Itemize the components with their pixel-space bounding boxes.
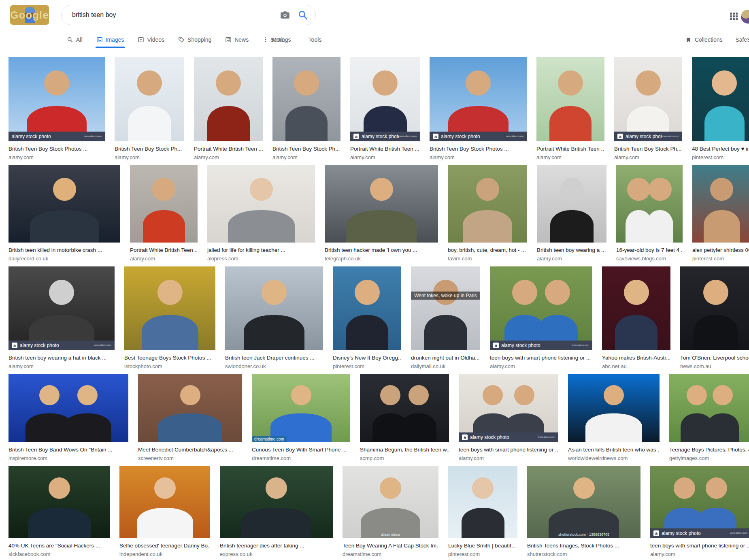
image-thumbnail[interactable] xyxy=(9,165,120,243)
image-result-tile[interactable]: Went tokes, woke up in Parisdrunken nigh… xyxy=(411,266,480,369)
image-caption[interactable]: Portrait White British Teen ... xyxy=(536,146,604,152)
image-caption[interactable]: jailed for life for killing teacher ... xyxy=(207,247,315,253)
image-source-domain[interactable]: alamy.com xyxy=(650,551,749,557)
image-source-domain[interactable]: pinterest.com xyxy=(692,154,749,160)
image-source-domain[interactable]: gettyimages.com xyxy=(669,455,749,461)
settings-link[interactable]: Settings xyxy=(270,36,291,43)
image-source-domain[interactable]: screenertv.com xyxy=(138,455,242,461)
image-caption[interactable]: British Teen Boy Stock Ph... xyxy=(272,146,340,152)
image-thumbnail[interactable] xyxy=(616,165,683,243)
tools-link[interactable]: Tools xyxy=(309,36,322,43)
image-thumbnail[interactable] xyxy=(138,374,242,442)
image-source-domain[interactable]: dailyrecord.co.uk xyxy=(9,256,120,262)
image-caption[interactable]: British teen Jack Draper continues ... xyxy=(225,355,323,361)
image-source-domain[interactable]: independent.co.uk xyxy=(119,551,210,557)
image-thumbnail[interactable]: Went tokes, woke up in Paris xyxy=(411,266,480,350)
image-result-tile[interactable]: shutterstock.com · 1388636705British Tee… xyxy=(527,466,640,557)
image-result-tile[interactable]: dreamstime.comCurious Teen Boy With Smar… xyxy=(252,374,350,461)
image-result-tile[interactable]: British Teen Boy Stock Ph...alamy.com xyxy=(272,57,340,160)
image-result-tile[interactable]: aalamy stock photowww.alamy.comteen boys… xyxy=(490,266,592,369)
image-thumbnail[interactable]: alamy stock photowww.alamy.com xyxy=(9,57,105,141)
image-thumbnail[interactable] xyxy=(9,374,128,442)
search-icon[interactable] xyxy=(298,10,308,20)
image-caption[interactable]: Asian teen kills British teen who was ..… xyxy=(568,447,660,453)
image-source-domain[interactable]: alamy.com xyxy=(9,154,105,160)
image-caption[interactable]: 48 Best Perfect boy ♥ im... xyxy=(692,146,749,152)
image-caption[interactable]: alex pettyfer shirtless 00... xyxy=(692,247,749,253)
image-source-domain[interactable]: alamy.com xyxy=(130,256,198,262)
image-source-domain[interactable]: alamy.com xyxy=(194,154,263,160)
image-result-tile[interactable]: British Teen Boy Stock Ph...alamy.com xyxy=(115,57,184,160)
image-caption[interactable]: Teen Boy Wearing A Flat Cap Stock Im... xyxy=(343,543,438,549)
image-result-tile[interactable]: Portrait White British Teen ...alamy.com xyxy=(130,165,198,262)
image-source-domain[interactable]: pinterest.com xyxy=(448,551,517,557)
camera-icon[interactable] xyxy=(280,10,290,20)
image-source-domain[interactable]: worldwideweirdnews.com xyxy=(568,455,660,461)
image-source-domain[interactable]: favim.com xyxy=(448,256,527,262)
image-thumbnail[interactable] xyxy=(680,266,749,350)
image-result-tile[interactable]: aalamy stock photowww.alamy.comteen boys… xyxy=(459,374,558,461)
image-result-tile[interactable]: aalamy stock photowww.alamy.comPortrait … xyxy=(350,57,420,160)
image-source-domain[interactable]: dreamstime.com xyxy=(343,551,438,557)
image-result-tile[interactable]: British teen boy wearing a ...alamy.com xyxy=(537,165,606,262)
image-thumbnail[interactable] xyxy=(220,466,333,538)
user-avatar[interactable] xyxy=(741,10,749,23)
image-caption[interactable]: Portrait White British Teen ... xyxy=(350,146,420,152)
image-thumbnail[interactable] xyxy=(272,57,340,141)
image-result-tile[interactable]: jailed for life for killing teacher ...a… xyxy=(207,165,315,262)
image-caption[interactable]: Shamima Begum, the British teen w... xyxy=(360,447,449,453)
image-source-domain[interactable]: scmp.com xyxy=(360,455,449,461)
image-caption[interactable]: Teenage Boys Pictures, Photos, & xyxy=(669,447,749,453)
image-result-tile[interactable]: aalamy stock photowww.alamy.comteen boys… xyxy=(650,466,749,557)
image-result-tile[interactable]: boy, british, cute, dream, hot - ...favi… xyxy=(448,165,527,262)
image-caption[interactable]: Best Teenage Boys Stock Photos ... xyxy=(124,355,215,361)
image-thumbnail[interactable] xyxy=(692,165,749,243)
image-result-tile[interactable]: Teenage Boys Pictures, Photos, &gettyima… xyxy=(669,374,749,461)
image-result-tile[interactable]: dreamstimeTeen Boy Wearing A Flat Cap St… xyxy=(343,466,438,557)
image-source-domain[interactable]: news.com.au xyxy=(680,363,749,369)
image-result-tile[interactable]: alamy stock photowww.alamy.comBritish Te… xyxy=(9,57,105,160)
image-source-domain[interactable]: dreamstime.com xyxy=(252,455,350,461)
tab-all[interactable]: All xyxy=(67,32,83,48)
image-thumbnail[interactable] xyxy=(333,266,401,350)
image-thumbnail[interactable]: aalamy stock photowww.alamy.com xyxy=(350,57,420,141)
image-thumbnail[interactable]: aalamy stock photowww.alamy.com xyxy=(650,466,749,538)
image-source-domain[interactable]: sickfacebook.com xyxy=(9,551,110,557)
image-caption[interactable]: Tom O'Brien: Liverpool school... xyxy=(680,355,749,361)
image-source-domain[interactable]: alamy.com xyxy=(490,363,592,369)
image-caption[interactable]: British Teen Boy Band Wows On "Britain .… xyxy=(9,447,128,453)
image-source-domain[interactable]: alamy.com xyxy=(459,455,558,461)
image-caption[interactable]: Selfie obsessed' teenager Danny Bo... xyxy=(119,543,210,549)
image-result-tile[interactable]: alex pettyfer shirtless 00...pinterest.c… xyxy=(692,165,749,262)
image-caption[interactable]: British Teens Images, Stock Photos ... xyxy=(527,543,640,549)
image-caption[interactable]: British teenager dies after taking ... xyxy=(220,543,333,549)
image-source-domain[interactable]: alamy.com xyxy=(272,154,340,160)
image-thumbnail[interactable] xyxy=(568,374,660,442)
image-result-tile[interactable]: British teen killed in motorbike crash .… xyxy=(9,165,120,262)
image-result-tile[interactable]: Yahoo makes British-Austr...abc.net.au xyxy=(602,266,670,369)
image-source-domain[interactable]: alamy.com xyxy=(614,154,682,160)
image-caption[interactable]: teen boys with smart phone listening or … xyxy=(650,543,749,549)
image-result-tile[interactable]: aalamy stock photowww.alamy.comBritish T… xyxy=(614,57,682,160)
image-source-domain[interactable]: alamy.com xyxy=(536,154,604,160)
image-caption[interactable]: Disney's New It Boy Gregg... xyxy=(333,355,401,361)
image-result-tile[interactable]: Lucky Blue Smith | beautif...pinterest.c… xyxy=(448,466,517,557)
image-thumbnail[interactable] xyxy=(669,374,749,442)
image-result-tile[interactable]: Portrait White British Teen ...alamy.com xyxy=(194,57,263,160)
image-thumbnail[interactable] xyxy=(225,266,323,350)
image-result-tile[interactable]: Best Teenage Boys Stock Photos ...istock… xyxy=(124,266,215,369)
image-caption[interactable]: Portrait White British Teen ... xyxy=(194,146,263,152)
image-thumbnail[interactable] xyxy=(360,374,449,442)
tab-shopping[interactable]: Shopping xyxy=(178,32,211,48)
image-result-tile[interactable]: Portrait White British Teen ...alamy.com xyxy=(536,57,604,160)
safesearch-button[interactable]: SafeSearch xyxy=(735,36,749,43)
image-source-domain[interactable]: istockphoto.com xyxy=(124,363,215,369)
tab-news[interactable]: News xyxy=(225,32,249,48)
image-caption[interactable]: boy, british, cute, dream, hot - ... xyxy=(448,247,527,253)
image-result-tile[interactable]: 16-year-old boy is 7 feet 4 ...caveviews… xyxy=(616,165,683,262)
image-caption[interactable]: British Teen Boy Stock Photos ... xyxy=(430,146,527,152)
image-caption[interactable]: 16-year-old boy is 7 feet 4 ... xyxy=(616,247,683,253)
image-caption[interactable]: British Teen Boy Stock Ph... xyxy=(614,146,682,152)
image-caption[interactable]: Lucky Blue Smith | beautif... xyxy=(448,543,517,549)
image-source-domain[interactable]: inspiremore.com xyxy=(9,455,128,461)
